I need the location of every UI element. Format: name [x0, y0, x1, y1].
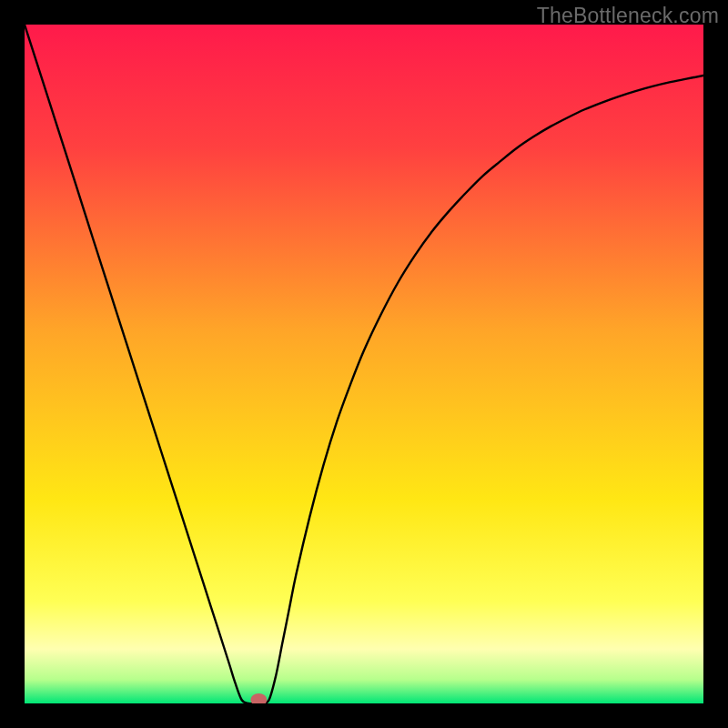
watermark-text: TheBottleneck.com [537, 4, 719, 28]
bottleneck-chart [25, 25, 703, 703]
chart-frame: TheBottleneck.com [0, 0, 728, 728]
gradient-background [25, 25, 703, 703]
plot-area [25, 25, 703, 703]
